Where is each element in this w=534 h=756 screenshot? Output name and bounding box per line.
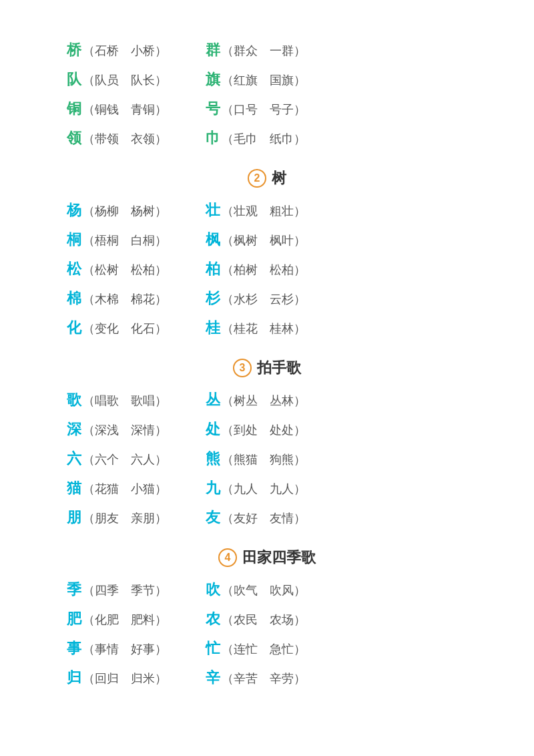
key-char: 熊: [206, 449, 220, 469]
key-char: 松: [67, 259, 81, 279]
word-pair: 队 （队员 队长）: [67, 69, 187, 89]
word-row: 桥 （石桥 小桥） 群 （群众 一群）: [67, 40, 467, 60]
word-row: 化 （变化 化石） 桂 （桂花 桂林）: [67, 318, 467, 338]
key-char: 季: [67, 580, 81, 600]
key-char: 杉: [206, 289, 220, 309]
word-row: 杨 （杨柳 杨树） 壮 （壮观 粗壮）: [67, 200, 467, 220]
key-char: 桐: [67, 230, 81, 250]
word-pair: 群 （群众 一群）: [206, 40, 326, 60]
word-row: 肥 （化肥 肥料） 农 （农民 农场）: [67, 609, 467, 629]
key-char: 杨: [67, 200, 81, 220]
key-char: 队: [67, 69, 81, 89]
section-2: 2 树 杨 （杨柳 杨树） 壮 （壮观 粗壮） 桐 （梧桐 白桐） 枫 （枫树 …: [67, 168, 467, 338]
section-header: 3 拍手歌: [67, 358, 467, 378]
compounds: （松树 松柏）: [83, 262, 167, 278]
word-pair: 柏 （柏树 松柏）: [206, 259, 326, 279]
word-row: 歌 （唱歌 歌唱） 丛 （树丛 丛林）: [67, 390, 467, 410]
compounds: （回归 归米）: [83, 671, 167, 687]
section-header: 4 田家四季歌: [67, 548, 467, 568]
word-row: 松 （松树 松柏） 柏 （柏树 松柏）: [67, 259, 467, 279]
key-char: 友: [206, 508, 220, 528]
compounds: （九人 九人）: [222, 481, 306, 497]
key-char: 桂: [206, 318, 220, 338]
key-char: 吹: [206, 580, 220, 600]
section-header: 2 树: [67, 168, 467, 188]
key-char: 棉: [67, 289, 81, 309]
compounds: （梧桐 白桐）: [83, 232, 167, 248]
word-pair: 丛 （树丛 丛林）: [206, 390, 326, 410]
word-pair: 辛 （辛苦 辛劳）: [206, 668, 326, 688]
compounds: （朋友 亲朋）: [83, 510, 167, 526]
word-pair: 松 （松树 松柏）: [67, 259, 187, 279]
key-char: 处: [206, 419, 220, 439]
word-pair: 号 （口号 号子）: [206, 99, 326, 119]
pre-section: 桥 （石桥 小桥） 群 （群众 一群） 队 （队员 队长） 旗 （红旗 国旗） …: [67, 40, 467, 148]
word-row: 朋 （朋友 亲朋） 友 （友好 友情）: [67, 508, 467, 528]
key-char: 深: [67, 419, 81, 439]
compounds: （树丛 丛林）: [222, 393, 306, 409]
word-pair: 吹 （吹气 吹风）: [206, 580, 326, 600]
key-char: 桥: [67, 40, 81, 60]
compounds: （杨柳 杨树）: [83, 203, 167, 219]
word-row: 桐 （梧桐 白桐） 枫 （枫树 枫叶）: [67, 230, 467, 250]
compounds: （四季 季节）: [83, 582, 167, 598]
word-pair: 友 （友好 友情）: [206, 508, 326, 528]
compounds: （带领 衣领）: [83, 131, 167, 147]
section-title: 田家四季歌: [242, 548, 316, 568]
key-char: 辛: [206, 668, 220, 688]
word-pair: 肥 （化肥 肥料）: [67, 609, 187, 629]
compounds: （柏树 松柏）: [222, 262, 306, 278]
word-pair: 桥 （石桥 小桥）: [67, 40, 187, 60]
word-pair: 巾 （毛巾 纸巾）: [206, 128, 326, 148]
word-pair: 归 （回归 归米）: [67, 668, 187, 688]
word-pair: 农 （农民 农场）: [206, 609, 326, 629]
key-char: 旗: [206, 69, 220, 89]
word-pair: 歌 （唱歌 歌唱）: [67, 390, 187, 410]
word-pair: 熊 （熊猫 狗熊）: [206, 449, 326, 469]
key-char: 歌: [67, 390, 81, 410]
key-char: 农: [206, 609, 220, 629]
word-pair: 处 （到处 处处）: [206, 419, 326, 439]
key-char: 忙: [206, 638, 220, 658]
section-number: 3: [233, 359, 252, 377]
key-char: 号: [206, 99, 220, 119]
compounds: （铜钱 青铜）: [83, 102, 167, 118]
key-char: 六: [67, 449, 81, 469]
word-pair: 旗 （红旗 国旗）: [206, 69, 326, 89]
word-pair: 深 （深浅 深情）: [67, 419, 187, 439]
compounds: （吹气 吹风）: [222, 582, 306, 598]
word-pair: 杨 （杨柳 杨树）: [67, 200, 187, 220]
compounds: （六个 六人）: [83, 451, 167, 467]
key-char: 柏: [206, 259, 220, 279]
compounds: （唱歌 歌唱）: [83, 393, 167, 409]
compounds: （辛苦 辛劳）: [222, 671, 306, 687]
compounds: （群众 一群）: [222, 43, 306, 59]
key-char: 事: [67, 638, 81, 658]
compounds: （友好 友情）: [222, 510, 306, 526]
word-pair: 桐 （梧桐 白桐）: [67, 230, 187, 250]
word-row: 铜 （铜钱 青铜） 号 （口号 号子）: [67, 99, 467, 119]
compounds: （花猫 小猫）: [83, 481, 167, 497]
section-title: 拍手歌: [257, 358, 301, 378]
section-number: 2: [248, 169, 266, 188]
word-pair: 桂 （桂花 桂林）: [206, 318, 326, 338]
compounds: （化肥 肥料）: [83, 612, 167, 628]
word-pair: 杉 （水杉 云杉）: [206, 289, 326, 309]
word-pair: 朋 （朋友 亲朋）: [67, 508, 187, 528]
word-row: 棉 （木棉 棉花） 杉 （水杉 云杉）: [67, 289, 467, 309]
compounds: （口号 号子）: [222, 102, 306, 118]
compounds: （枫树 枫叶）: [222, 232, 306, 248]
compounds: （壮观 粗壮）: [222, 203, 306, 219]
word-row: 六 （六个 六人） 熊 （熊猫 狗熊）: [67, 449, 467, 469]
key-char: 肥: [67, 609, 81, 629]
section-number: 4: [218, 548, 237, 567]
key-char: 巾: [206, 128, 220, 148]
word-pair: 领 （带领 衣领）: [67, 128, 187, 148]
word-row: 领 （带领 衣领） 巾 （毛巾 纸巾）: [67, 128, 467, 148]
compounds: （毛巾 纸巾）: [222, 131, 306, 147]
key-char: 朋: [67, 508, 81, 528]
word-pair: 枫 （枫树 枫叶）: [206, 230, 326, 250]
word-row: 归 （回归 归米） 辛 （辛苦 辛劳）: [67, 668, 467, 688]
key-char: 领: [67, 128, 81, 148]
word-pair: 季 （四季 季节）: [67, 580, 187, 600]
